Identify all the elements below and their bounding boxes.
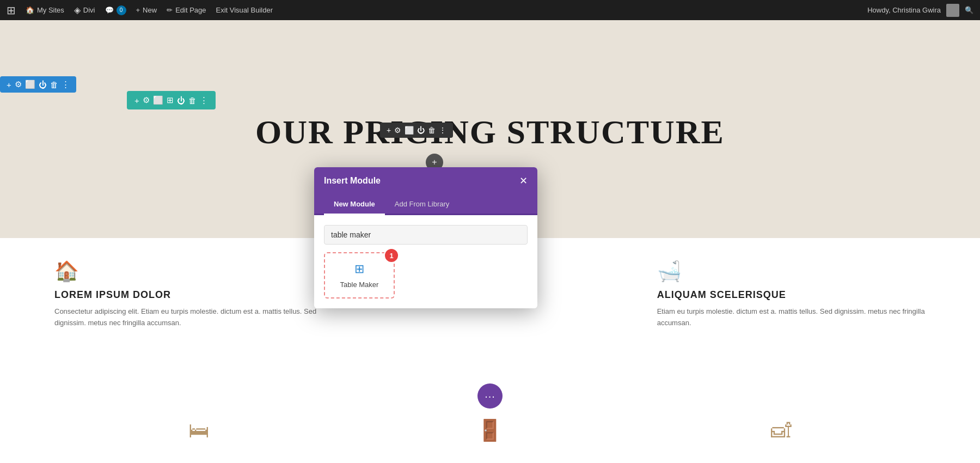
insert-module-modal: Insert Module ✕ New Module Add From Libr… bbox=[314, 167, 537, 308]
howdy-label: Howdy, Christina Gwira bbox=[867, 6, 941, 14]
my-sites-item[interactable]: 🏠 My Sites bbox=[26, 6, 64, 14]
page-background: OUR PRICING STRUCTURE 🏠 LOREM IPSUM DOLO… bbox=[0, 20, 980, 463]
divi-icon: ◈ bbox=[74, 5, 81, 15]
comment-badge: 0 bbox=[117, 5, 126, 15]
comments-item[interactable]: 💬 0 bbox=[105, 5, 126, 15]
module-card-table-maker[interactable]: ⊞ Table Maker 1 bbox=[324, 252, 395, 298]
modal-body: ⊞ Table Maker 1 bbox=[314, 215, 537, 308]
edit-icon: ✏ bbox=[167, 6, 173, 14]
tab-new-module[interactable]: New Module bbox=[324, 194, 385, 215]
comment-icon: 💬 bbox=[105, 6, 114, 14]
modal-header: Insert Module ✕ bbox=[314, 167, 537, 194]
sites-icon: 🏠 bbox=[26, 6, 34, 14]
search-icon[interactable]: 🔍 bbox=[965, 6, 973, 14]
exit-builder-label: Exit Visual Builder bbox=[216, 6, 273, 14]
admin-bar-right: Howdy, Christina Gwira 🔍 bbox=[867, 4, 973, 17]
plus-icon: + bbox=[136, 6, 140, 14]
modal-tabs: New Module Add From Library bbox=[314, 194, 537, 215]
module-grid: ⊞ Table Maker 1 bbox=[324, 252, 528, 298]
table-maker-icon: ⊞ bbox=[354, 262, 364, 276]
wp-icon: ⊞ bbox=[7, 4, 16, 17]
tab-add-from-library[interactable]: Add From Library bbox=[385, 194, 459, 215]
wp-logo-item[interactable]: ⊞ bbox=[7, 4, 16, 17]
admin-bar: ⊞ 🏠 My Sites ◈ Divi 💬 0 + New ✏ Edit Pag… bbox=[0, 0, 980, 20]
admin-bar-left: ⊞ 🏠 My Sites ◈ Divi 💬 0 + New ✏ Edit Pag… bbox=[7, 4, 273, 17]
module-search-input[interactable] bbox=[324, 225, 528, 245]
my-sites-label: My Sites bbox=[37, 6, 64, 14]
edit-page-label: Edit Page bbox=[175, 6, 206, 14]
new-item[interactable]: + New bbox=[136, 6, 157, 14]
tab-new-module-label: New Module bbox=[334, 200, 375, 208]
tab-library-label: Add From Library bbox=[395, 200, 449, 208]
modal-close-button[interactable]: ✕ bbox=[519, 175, 528, 187]
table-maker-label: Table Maker bbox=[340, 281, 379, 289]
modal-title: Insert Module bbox=[324, 176, 381, 186]
modal-overlay: Insert Module ✕ New Module Add From Libr… bbox=[0, 20, 980, 463]
divi-label: Divi bbox=[83, 6, 95, 14]
divi-item[interactable]: ◈ Divi bbox=[74, 5, 95, 15]
new-label: New bbox=[143, 6, 157, 14]
module-badge: 1 bbox=[384, 248, 399, 263]
edit-page-item[interactable]: ✏ Edit Page bbox=[167, 6, 206, 14]
exit-builder-item[interactable]: Exit Visual Builder bbox=[216, 6, 273, 14]
avatar bbox=[946, 4, 959, 17]
